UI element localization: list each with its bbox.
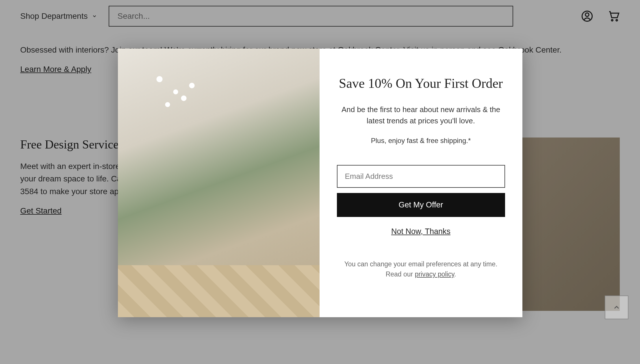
- modal-footer-line1: You can change your email preferences at…: [337, 259, 505, 269]
- email-field[interactable]: [337, 165, 505, 188]
- not-now-link[interactable]: Not Now, Thanks: [337, 227, 505, 236]
- modal-subtitle: And be the first to hear about new arriv…: [337, 104, 505, 127]
- modal-content: Save 10% On Your First Order And be the …: [320, 49, 522, 317]
- chevron-up-icon: [613, 303, 621, 311]
- scroll-to-top-button[interactable]: [605, 296, 628, 319]
- modal-shipping-text: Plus, enjoy fast & free shipping.*: [337, 137, 505, 145]
- modal-hero-image: [118, 49, 320, 317]
- modal-footer: You can change your email preferences at…: [337, 259, 505, 279]
- get-offer-button[interactable]: Get My Offer: [337, 193, 505, 217]
- modal-footer-line2: Read our privacy policy.: [337, 269, 505, 279]
- signup-modal: Save 10% On Your First Order And be the …: [118, 49, 522, 317]
- modal-title: Save 10% On Your First Order: [337, 75, 505, 92]
- privacy-policy-link[interactable]: privacy policy: [415, 270, 454, 278]
